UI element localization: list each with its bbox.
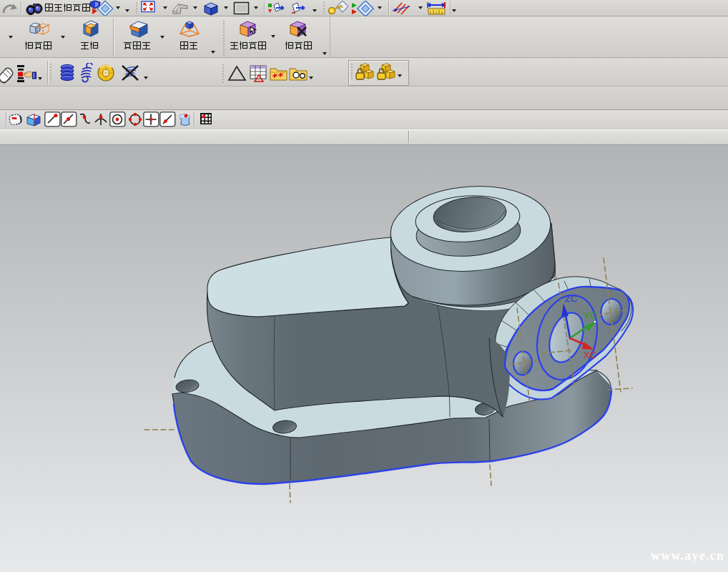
svg-text:YC: YC (584, 310, 596, 321)
svg-text:XC: XC (584, 350, 596, 360)
svg-text:ZC: ZC (565, 293, 577, 304)
